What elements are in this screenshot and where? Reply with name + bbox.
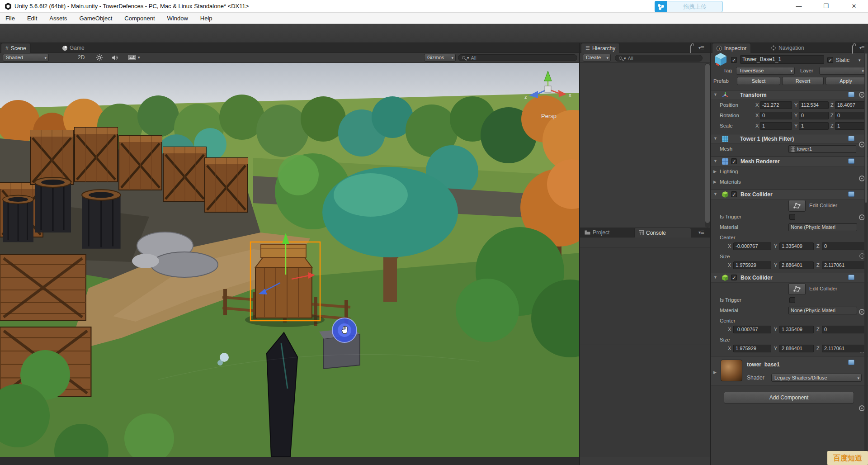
- help-icon[interactable]: [848, 92, 854, 97]
- collider-enabled-checkbox[interactable]: ✓: [731, 191, 737, 197]
- materials-foldout[interactable]: Materials: [720, 179, 741, 185]
- help-icon[interactable]: [848, 360, 854, 365]
- tab-inspector[interactable]: i Inspector: [712, 43, 751, 53]
- mesh-object-field[interactable]: tower1: [788, 145, 856, 153]
- prefab-revert-button[interactable]: Revert: [782, 77, 824, 85]
- position-x-field[interactable]: -21.272: [760, 101, 792, 109]
- lock-icon[interactable]: [852, 45, 853, 54]
- lighting-foldout[interactable]: Lighting: [720, 169, 738, 174]
- scale-y-field[interactable]: 1: [799, 122, 829, 130]
- foldout-icon[interactable]: ▶: [713, 169, 717, 174]
- menu-component[interactable]: Component: [124, 15, 155, 22]
- size-x-field[interactable]: 1.975929: [733, 261, 771, 269]
- menu-assets[interactable]: Assets: [49, 15, 67, 22]
- material-preview-thumbnail[interactable]: [721, 360, 742, 381]
- rotation-x-field[interactable]: 0: [760, 112, 792, 119]
- center-x-field[interactable]: -0.000767: [733, 326, 771, 333]
- is-trigger-checkbox[interactable]: [789, 297, 795, 303]
- hierarchy-search-input[interactable]: ▾ All: [615, 55, 703, 62]
- panel-menu-icon[interactable]: ▾☰: [698, 45, 704, 50]
- lighting-toggle[interactable]: [96, 54, 103, 63]
- cloud-upload-icon[interactable]: [655, 1, 667, 12]
- minimize-button[interactable]: —: [786, 0, 812, 13]
- prefab-apply-button[interactable]: Apply: [826, 77, 866, 85]
- foldout-icon[interactable]: ▼: [713, 275, 717, 280]
- physic-material-field[interactable]: None (Physic Materi: [788, 307, 857, 314]
- tab-game[interactable]: Game: [60, 43, 87, 53]
- scene-search-input[interactable]: ▾ All: [458, 54, 577, 61]
- menu-edit[interactable]: Edit: [27, 15, 37, 22]
- menu-help[interactable]: Help: [200, 15, 212, 22]
- size-y-field[interactable]: 2.886401: [779, 261, 814, 269]
- center-z-field[interactable]: 0: [822, 326, 866, 333]
- static-dropdown-icon[interactable]: ▾: [859, 58, 861, 62]
- layer-dropdown[interactable]: ▾: [819, 67, 866, 75]
- scale-x-field[interactable]: 1: [760, 122, 792, 130]
- tag-dropdown[interactable]: TowerBase▾: [736, 67, 795, 75]
- perspective-label[interactable]: Persp: [530, 113, 568, 119]
- scale-z-field[interactable]: 1: [835, 122, 866, 130]
- close-button[interactable]: ✕: [840, 0, 868, 13]
- rotation-z-field[interactable]: 0: [835, 112, 866, 119]
- edit-collider-button[interactable]: [788, 283, 806, 295]
- prefab-select-button[interactable]: Select: [737, 77, 780, 85]
- foldout-icon[interactable]: ▶: [713, 180, 717, 184]
- help-icon[interactable]: [848, 158, 854, 164]
- scene-viewport[interactable]: x z Persp: [0, 63, 580, 457]
- transform-header[interactable]: [711, 90, 868, 100]
- scene-search-placeholder: All: [471, 55, 476, 61]
- 2d-toggle[interactable]: 2D: [78, 54, 85, 61]
- effects-dropdown[interactable]: ▾: [128, 55, 140, 60]
- foldout-icon[interactable]: ▼: [713, 159, 717, 163]
- active-checkbox[interactable]: ✓: [731, 57, 737, 63]
- size-z-field[interactable]: 2.117061: [822, 261, 866, 269]
- size-x-field[interactable]: 1.975929: [733, 345, 771, 352]
- audio-toggle[interactable]: [111, 54, 118, 63]
- edit-collider-button[interactable]: [788, 200, 806, 212]
- gameobject-name-field[interactable]: Tower_Base1_1: [740, 55, 824, 64]
- foldout-icon[interactable]: ▶: [713, 370, 717, 375]
- add-component-button[interactable]: Add Component: [724, 392, 854, 403]
- maximize-button[interactable]: ❐: [813, 0, 839, 13]
- static-checkbox[interactable]: ✓: [827, 57, 833, 63]
- center-y-field[interactable]: 1.335409: [779, 326, 814, 333]
- help-icon[interactable]: [848, 275, 854, 280]
- is-trigger-checkbox[interactable]: [789, 214, 795, 220]
- panel-menu-icon[interactable]: ▾☰: [698, 230, 704, 235]
- tab-hierarchy[interactable]: ☰ Hierarchy: [581, 43, 620, 53]
- tab-navigation[interactable]: Navigation: [768, 43, 807, 53]
- help-icon[interactable]: [848, 136, 854, 141]
- mesh-renderer-enabled-checkbox[interactable]: ✓: [731, 158, 737, 164]
- foldout-icon[interactable]: ▼: [713, 136, 717, 141]
- inspector-scrollbar[interactable]: [864, 43, 868, 464]
- menu-gameobject[interactable]: GameObject: [79, 15, 112, 22]
- collider-enabled-checkbox[interactable]: ✓: [731, 275, 737, 280]
- center-y-field[interactable]: 1.335409: [779, 242, 814, 250]
- tab-scene[interactable]: # Scene: [1, 43, 31, 53]
- size-y-field[interactable]: 2.886401: [779, 345, 814, 352]
- console-log-area[interactable]: [580, 247, 711, 457]
- tab-project[interactable]: Project: [582, 228, 612, 237]
- rotation-y-field[interactable]: 0: [799, 112, 829, 119]
- shading-mode-dropdown[interactable]: Shaded▾: [3, 54, 49, 62]
- gizmos-dropdown[interactable]: Gizmos▾: [424, 54, 456, 62]
- center-z-field[interactable]: 0: [822, 242, 866, 250]
- hierarchy-scrollbar[interactable]: [705, 63, 710, 228]
- position-y-field[interactable]: 112.534: [799, 101, 829, 109]
- help-icon[interactable]: [848, 191, 854, 197]
- hierarchy-toolbar: Create▾ ▾ All: [580, 53, 711, 63]
- console-tab-label: Console: [646, 230, 666, 236]
- foldout-icon[interactable]: ▼: [713, 92, 717, 97]
- tab-console[interactable]: Console: [634, 228, 691, 237]
- foldout-icon[interactable]: ▼: [713, 192, 717, 196]
- mesh-renderer-icon: [722, 158, 729, 165]
- center-x-field[interactable]: -0.000767: [733, 242, 771, 250]
- shader-dropdown[interactable]: Legacy Shaders/Diffuse▾: [771, 374, 862, 382]
- position-z-field[interactable]: 18.4097: [835, 101, 866, 109]
- physic-material-field[interactable]: None (Physic Materi: [788, 223, 857, 231]
- menu-file[interactable]: File: [5, 15, 15, 22]
- upload-badge[interactable]: 拖拽上传: [667, 1, 723, 12]
- size-z-field[interactable]: 2.117061: [822, 345, 866, 352]
- create-dropdown[interactable]: Create▾: [583, 54, 611, 62]
- menu-window[interactable]: Window: [167, 15, 188, 22]
